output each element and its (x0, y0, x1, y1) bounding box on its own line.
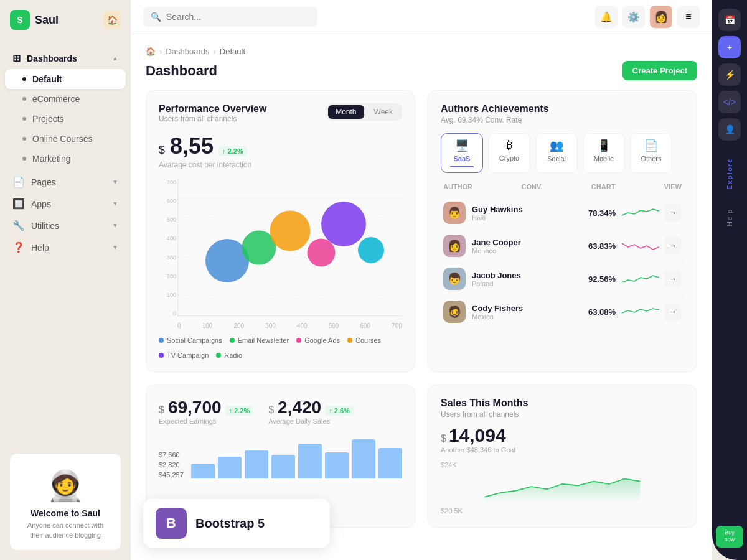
calendar-button[interactable]: 📅 (718, 9, 741, 31)
add-button[interactable]: + (718, 36, 741, 58)
dashboard-area: 🏠 › Dashboards › Default Dashboard Creat… (131, 34, 712, 560)
view-btn-cody[interactable]: → (664, 303, 682, 320)
code-button[interactable]: </> (718, 91, 741, 113)
bootstrap-text: Bootstrap 5 (195, 516, 265, 531)
sidebar-item-ecommerce[interactable]: eCommerce (5, 89, 126, 109)
author-chart-cody (616, 304, 659, 319)
sidebar-label-pages: Pages (31, 177, 56, 187)
view-btn-jacob[interactable]: → (664, 270, 682, 287)
cat-tab-social[interactable]: 👥 Social (535, 133, 578, 173)
value-3: $45,257 (159, 471, 184, 478)
notification-button[interactable]: 🔔 (595, 6, 618, 28)
sidebar-label-marketing: Marketing (32, 154, 70, 164)
cat-tab-crypto[interactable]: ₿ Crypto (488, 133, 530, 173)
help-label: Help (726, 208, 733, 226)
expected-earnings: $ 69,700 ↑ 2.2% Expected Earnings (159, 398, 253, 425)
user-avatar[interactable]: 👩 (650, 6, 672, 28)
chevron-down-icon: ▼ (112, 222, 118, 229)
growth-badge: ↑ 2.2% (218, 146, 247, 156)
welcome-text: Anyone can connect with their audience b… (20, 521, 111, 540)
cat-tab-saas[interactable]: 🖥️ SaaS (441, 133, 483, 173)
dot-icon (22, 137, 26, 141)
expected-label: Expected Earnings (159, 418, 253, 425)
author-conv-cody: 63.08% (578, 307, 616, 317)
big-number: $ 8,55 ↑ 2.2% (159, 133, 402, 159)
sidebar-item-help[interactable]: ❓ Help ▼ (5, 236, 126, 258)
sidebar-item-projects[interactable]: Projects (5, 109, 126, 129)
notification-icon-button[interactable]: ⚡ (718, 63, 741, 86)
bubble-google (270, 211, 311, 251)
welcome-card: 🧑‍🚀 Welcome to Saul Anyone can connect w… (10, 454, 121, 550)
search-box: 🔍 (143, 7, 317, 27)
legend-social: Social Campaigns (159, 337, 222, 344)
view-btn-jane[interactable]: → (664, 237, 682, 254)
sidebar-item-online-courses[interactable]: Online Courses (5, 129, 126, 149)
author-country-cody: Mexico (472, 313, 578, 320)
menu-button[interactable]: ≡ (677, 6, 700, 28)
avatar-jane: 👩 (443, 235, 466, 257)
view-btn-guy[interactable]: → (664, 204, 682, 222)
avatar-jacob: 👦 (443, 268, 466, 290)
sidebar-label-dashboards: Dashboards (27, 54, 77, 63)
dot-icon (22, 117, 26, 121)
breadcrumb-sep2: › (213, 47, 215, 56)
topbar-right: 🔔 ⚙️ 👩 ≡ (595, 6, 700, 28)
user-button[interactable]: 👤 (718, 118, 741, 141)
col-author: AUTHOR (443, 183, 472, 190)
sidebar-item-apps[interactable]: 🔲 Apps ▼ (5, 193, 126, 215)
category-tabs: 🖥️ SaaS ₿ Crypto 👥 Social (441, 133, 684, 173)
cat-tab-others[interactable]: 📄 Others (630, 133, 672, 173)
tab-week[interactable]: Week (367, 105, 400, 119)
settings-button[interactable]: ⚙️ (622, 6, 645, 28)
explore-label: Explore (726, 158, 733, 190)
create-project-button[interactable]: Create Project (622, 61, 697, 80)
authors-table-header: AUTHOR CONV. CHART VIEW (441, 183, 684, 190)
authors-card: Authors Achievements Avg. 69.34% Conv. R… (428, 90, 697, 372)
sidebar-item-marketing[interactable]: Marketing (5, 149, 126, 169)
breadcrumb-current: Default (220, 47, 245, 56)
buy-now-button[interactable]: Buy now (716, 526, 743, 548)
author-info-jane: Jane Cooper Monaco (472, 238, 578, 254)
col-view: VIEW (664, 183, 682, 190)
sidebar-item-dashboards[interactable]: ⊞ Dashboards ▲ (5, 47, 126, 69)
author-row-1: 👨 Guy Hawkins Haiti 78.34% → (441, 197, 684, 230)
col-chart: CHART (591, 183, 616, 190)
right-panel: 📅 + ⚡ </> 👤 Explore Help Buy now (712, 0, 747, 560)
tab-month[interactable]: Month (328, 105, 364, 119)
logo-icon: S (10, 10, 30, 30)
cat-label-mobile: Mobile (594, 155, 614, 162)
value-2: $2,820 (159, 461, 184, 469)
legend-email: Email Newsletter (230, 337, 289, 344)
breadcrumb-dashboards[interactable]: Dashboards (166, 47, 209, 56)
value-1: $7,660 (159, 451, 184, 459)
bubble-radio (358, 237, 384, 263)
authors-subtitle: Avg. 69.34% Conv. Rate (441, 116, 684, 124)
sidebar-item-utilities[interactable]: 🔧 Utilities ▼ (5, 215, 126, 236)
author-name-jane: Jane Cooper (472, 238, 578, 247)
back-button[interactable]: 🏠 (103, 11, 121, 29)
page-title: Dashboard (146, 63, 217, 79)
period-tabs: Month Week (326, 103, 402, 121)
currency-symbol: $ (159, 144, 165, 157)
author-chart-guy (616, 205, 659, 220)
x-axis-labels: 0100200300400500600700 (177, 322, 402, 329)
daily-badge: ↑ 2.6% (325, 406, 354, 416)
author-chart-jacob (616, 271, 659, 286)
expected-badge: ↑ 2.2% (225, 406, 254, 416)
cat-label-others: Others (641, 155, 661, 162)
astronaut-illustration: 🧑‍🚀 (20, 469, 111, 503)
amount-value: 8,55 (170, 133, 214, 159)
sidebar-item-default[interactable]: Default (5, 69, 126, 89)
breadcrumb-sep1: › (159, 47, 162, 56)
sidebar-label-utilities: Utilities (31, 221, 59, 231)
sales-subtitle: Users from all channels (441, 410, 684, 419)
author-name-cody: Cody Fishers (472, 304, 578, 313)
author-conv-guy: 78.34% (578, 208, 616, 218)
bubble-tv (321, 202, 366, 246)
sidebar-item-pages[interactable]: 📄 Pages ▼ (5, 171, 126, 193)
search-input[interactable] (166, 12, 310, 22)
daily-amount: 2,420 (278, 398, 321, 418)
breadcrumb: 🏠 › Dashboards › Default (146, 47, 697, 56)
cat-tab-mobile[interactable]: 📱 Mobile (583, 133, 625, 173)
authors-title: Authors Achievements (441, 103, 684, 114)
